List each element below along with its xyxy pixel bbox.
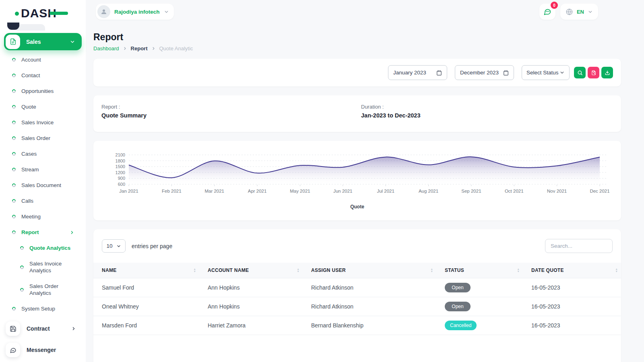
chevron-down-icon [588,9,593,14]
sidebar-item-account[interactable]: Account [0,52,86,68]
bullet-icon [11,230,17,235]
logo-dash-icon [50,12,68,15]
status-badge: Open [445,283,471,292]
sidebar-item-meeting[interactable]: Meeting [0,209,86,224]
column-header-date-quote[interactable]: DATE QUOTE▲▼ [523,263,621,278]
bullet-icon [11,214,17,219]
sidebar-bottom-groups: ContractMessengerAssets [0,319,86,362]
sidebar-subitem-quote-analytics[interactable]: Quote Analytics [0,240,86,256]
column-header-status[interactable]: STATUS▲▼ [436,263,523,278]
main-content: Rajodiya infotech 0 EN Report DashboardR… [93,0,621,362]
sidebar-item-label: Cases [21,151,37,157]
sidebar-item-label: Stream [21,167,39,173]
sidebar-group-label: Messenger [27,347,76,353]
svg-text:Sep 2021: Sep 2021 [461,189,481,193]
breadcrumb-dashboard[interactable]: Dashboard [93,45,119,51]
bullet-icon [11,136,17,141]
topbar: Rajodiya infotech 0 EN [93,0,621,23]
table-row: Marsden FordHarriet ZamoraBernard Blanke… [93,316,621,335]
bullet-icon [11,120,17,125]
svg-text:Dec 2021: Dec 2021 [590,189,609,193]
table-search-input[interactable] [545,239,613,253]
sidebar-subitem-sales-order-analytics[interactable]: Sales Order Analytics [0,278,86,301]
end-date-input[interactable]: December 2023 [455,65,514,80]
logo-dot-icon [15,12,19,16]
bullet-icon [19,287,25,292]
sidebar-item-report[interactable]: Report [0,224,86,240]
breadcrumb-report: Report [131,45,148,51]
language-code: EN [577,9,584,15]
sidebar-item-sales-document[interactable]: Sales Document [0,177,86,193]
company-selector[interactable]: Rajodiya infotech [96,4,174,20]
bullet-icon [11,88,17,94]
chevron-right-icon [71,326,76,331]
bullet-icon [11,73,17,78]
notification-badge: 0 [551,2,558,9]
bullet-icon [11,151,17,156]
svg-text:Nov 2021: Nov 2021 [547,189,567,193]
cell: 16-05-2023 [523,316,621,335]
download-button[interactable] [601,67,613,78]
bullet-icon [19,245,25,251]
chat-icon [543,8,551,16]
cell: Marsden Ford [93,316,199,335]
page-size-select[interactable]: 10 [102,239,126,253]
table-card: 10 entries per page NAME▲▼ACCOUNT NAME▲▼… [93,229,621,362]
apply-search-button[interactable] [574,67,586,78]
sidebar-item-opportunities[interactable]: Opportunities [0,83,86,99]
chevron-down-icon [116,244,121,249]
cell: Richard Atkinson [303,297,436,316]
company-name: Rajodiya infotech [114,9,160,15]
column-header-account-name[interactable]: ACCOUNT NAME▲▼ [199,263,303,278]
svg-text:900: 900 [118,176,125,181]
column-header-name[interactable]: NAME▲▼ [93,263,199,278]
sidebar-group-sales[interactable]: Sales [4,33,82,50]
page-title: Report [93,32,621,43]
sidebar-subitem-sales-invoice-analytics[interactable]: Sales Invoice Analytics [0,256,86,278]
quote-chart-svg: 6009001200150018002100Jan 2021Feb 2021Ma… [104,150,610,204]
sidebar-item-sales-invoice[interactable]: Sales Invoice [0,115,86,130]
column-header-assign-user[interactable]: ASSIGN USER▲▼ [303,263,436,278]
status-select[interactable]: Select Status [522,65,570,80]
duration-value: Jan-2023 to Dec-2023 [361,112,421,119]
sort-icon: ▲▼ [194,268,196,273]
sidebar-group-messenger[interactable]: Messenger [4,341,82,359]
cell: 16-05-2023 [523,278,621,297]
sidebar-item-system-setup[interactable]: System Setup [0,301,86,317]
sort-icon: ▲▼ [431,268,433,273]
messages-button[interactable]: 0 [539,4,555,20]
sidebar-item-sales-order[interactable]: Sales Order [0,130,86,146]
sidebar-report-children: Quote AnalyticsSales Invoice AnalyticsSa… [0,240,86,301]
sidebar-item-stream[interactable]: Stream [0,162,86,177]
svg-text:600: 600 [118,182,125,187]
calendar-icon [436,70,442,76]
sidebar-subitem-label: Sales Order Analytics [29,283,76,296]
sidebar-item-quote[interactable]: Quote [0,99,86,115]
sidebar-item-calls[interactable]: Calls [0,193,86,209]
end-date-value: December 2023 [460,70,499,76]
cell-status: Open [436,297,523,316]
cell-status: Open [436,278,523,297]
language-selector[interactable]: EN [560,4,598,20]
clear-filter-button[interactable] [588,67,599,78]
svg-text:1800: 1800 [116,158,125,163]
sidebar-item-label: Opportunities [21,88,54,94]
floppy-icon [6,321,20,336]
cell: Samuel Ford [93,278,199,297]
sidebar-nav-items: AccountContactOpportunitiesQuoteSales In… [0,50,86,224]
scrolled-partial-item [0,23,86,31]
chart-card: 6009001200150018002100Jan 2021Feb 2021Ma… [93,141,621,220]
sidebar-group-label: Sales [26,39,70,45]
chevron-down-icon [164,9,169,14]
svg-text:Feb 2021: Feb 2021 [162,189,182,193]
table-row: Samuel FordAnn HopkinsRichard AtkinsonOp… [93,278,621,297]
sidebar-item-label: Meeting [21,214,41,220]
start-date-input[interactable]: January 2023 [388,65,447,80]
status-badge: Open [445,302,471,311]
status-badge: Cancelled [445,321,477,330]
sidebar-item-contact[interactable]: Contact [0,68,86,83]
sidebar-item-cases[interactable]: Cases [0,146,86,162]
chart-legend: Quote [104,204,611,210]
sidebar-group-contract[interactable]: Contract [4,319,82,338]
start-date-value: January 2023 [393,70,426,76]
